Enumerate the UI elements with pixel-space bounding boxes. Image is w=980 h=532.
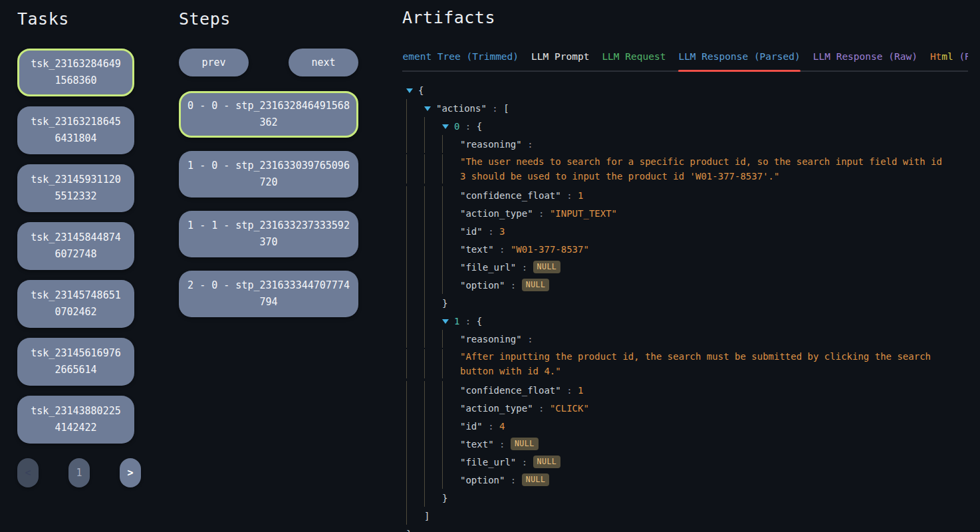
indent-guide [406, 489, 424, 507]
tab-llm-request[interactable]: LLM Request [602, 47, 666, 70]
artifacts-panel: Artifacts Element Tree (Trimmed)LLM Prom… [402, 8, 968, 532]
tab-llm-response-raw[interactable]: LLM Response (Raw) [813, 47, 918, 70]
task-button[interactable]: tsk_231458448746072748 [17, 222, 134, 270]
indent-guide [406, 240, 424, 258]
indent-guide [424, 435, 442, 453]
indent-guide [406, 312, 424, 330]
json-token-punc: : [505, 280, 521, 291]
indent-guide [406, 417, 424, 435]
collapse-toggle-icon[interactable] [442, 124, 449, 129]
task-button[interactable]: tsk_231459311205512332 [17, 164, 134, 212]
tab-html-raw[interactable]: Html (Raw) [930, 47, 968, 70]
json-line: 0 : { [406, 117, 968, 135]
json-token-number: 1 [578, 385, 583, 396]
indent-guide [442, 222, 460, 240]
indent-guide [442, 204, 460, 222]
step-button[interactable]: 1 - 1 - stp_231633237333592370 [179, 211, 358, 257]
collapse-toggle-icon[interactable] [406, 88, 413, 93]
json-line: "id" : 3 [406, 222, 968, 240]
json-line: "confidence_float" : 1 [406, 381, 968, 399]
tasks-pagination: < 1 > [17, 458, 141, 487]
json-line: "file_url" : NULL [406, 258, 968, 276]
indent-guide [406, 330, 424, 348]
step-button[interactable]: 2 - 0 - stp_231633344707774794 [179, 271, 358, 317]
task-button[interactable]: tsk_231632846491568360 [17, 49, 134, 96]
json-token-punc: : [494, 439, 511, 450]
indent-guide [424, 135, 442, 153]
tasks-title: Tasks [17, 9, 134, 29]
null-badge: NULL [522, 279, 550, 292]
indent-guide [424, 489, 442, 507]
indent-guide [424, 330, 442, 348]
indent-guide [406, 381, 424, 399]
tab-llm-response-parsed[interactable]: LLM Response (Parsed) [678, 47, 800, 70]
json-line: "After inputting the product id, the sea… [406, 348, 968, 381]
indent-guide [424, 117, 442, 135]
indent-guide [406, 258, 424, 276]
page-number-button[interactable]: 1 [68, 458, 90, 487]
tab-label-part: (Raw) [953, 51, 968, 62]
json-token-brace: } [442, 493, 447, 503]
json-token-key: "option" [460, 280, 505, 291]
next-page-button[interactable]: > [120, 458, 141, 487]
indent-guide [406, 135, 424, 153]
collapse-toggle-icon[interactable] [442, 319, 449, 324]
json-line: ] [406, 507, 968, 525]
indent-guide [442, 330, 460, 348]
json-token-punc: : [459, 121, 476, 132]
next-step-button[interactable]: next [289, 49, 358, 76]
indent-guide [406, 399, 424, 417]
json-token-brace: } [406, 529, 412, 532]
collapse-toggle-icon[interactable] [424, 106, 431, 111]
indent-guide [424, 453, 442, 471]
json-token-index: 0 [454, 121, 459, 132]
json-token-punc: : [459, 316, 476, 327]
tab-element-tree-trimmed[interactable]: Element Tree (Trimmed) [402, 47, 519, 70]
task-button[interactable]: tsk_231438802254142422 [17, 396, 134, 444]
prev-page-button[interactable]: < [17, 458, 39, 487]
json-token-brace: } [442, 298, 447, 309]
indent-guide [406, 117, 424, 135]
json-token-punc: : [483, 421, 499, 432]
json-token-key: "id" [460, 226, 483, 237]
json-token-brace: { [477, 316, 482, 327]
indent-guide [424, 399, 442, 417]
indent-guide [406, 435, 424, 453]
json-token-key: "id" [460, 421, 483, 432]
indent-guide [442, 381, 460, 399]
json-token-key: "reasoning" [460, 334, 522, 344]
task-button[interactable]: tsk_231456169762665614 [17, 338, 134, 386]
indent-guide [424, 258, 442, 276]
json-line: "option" : NULL [406, 276, 968, 294]
json-token-key: "action_type" [460, 208, 533, 219]
step-button[interactable]: 0 - 0 - stp_231632846491568362 [179, 91, 358, 138]
null-badge: NULL [511, 438, 539, 451]
task-button[interactable]: tsk_231632186456431804 [17, 106, 134, 154]
indent-guide [406, 222, 424, 240]
json-token-key: "confidence_float" [460, 190, 561, 201]
indent-guide [424, 471, 442, 489]
tabs-row: Element Tree (Trimmed)LLM PromptLLM Requ… [402, 47, 968, 72]
json-token-string: "CLICK" [550, 403, 589, 414]
tasks-panel: Tasks tsk_231632846491568360tsk_23163218… [17, 9, 134, 487]
indent-guide [442, 349, 460, 378]
task-button[interactable]: tsk_231457486510702462 [17, 280, 134, 328]
indent-guide [424, 312, 442, 330]
json-token-brace: { [477, 121, 482, 132]
json-token-punc: : [516, 457, 533, 467]
artifacts-tabs: Element Tree (Trimmed)LLM PromptLLM Requ… [402, 47, 968, 72]
json-line: } [406, 489, 968, 507]
step-button[interactable]: 1 - 0 - stp_231633039765096720 [179, 151, 358, 198]
json-token-string: "After inputting the product id, the sea… [460, 349, 942, 378]
indent-guide [442, 435, 460, 453]
json-line: 1 : { [406, 312, 968, 330]
tab-label-part: Ht [930, 51, 941, 62]
json-line: "text" : NULL [406, 435, 968, 453]
json-token-punc: : [522, 334, 533, 344]
prev-step-button[interactable]: prev [179, 49, 249, 76]
json-token-key: "text" [460, 439, 494, 450]
tab-llm-prompt[interactable]: LLM Prompt [531, 47, 589, 70]
json-line: "file_url" : NULL [406, 453, 968, 471]
active-tab-underline [678, 70, 800, 72]
json-token-index: 1 [454, 316, 459, 327]
